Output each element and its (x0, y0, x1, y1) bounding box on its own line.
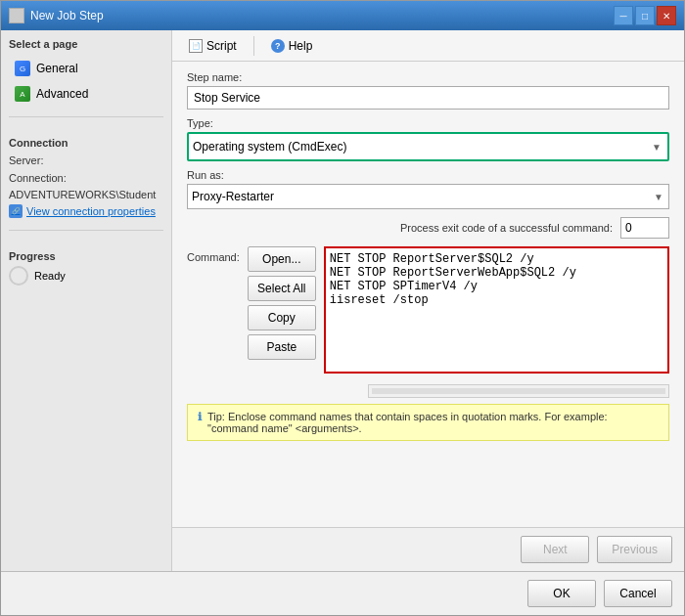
sidebar-general-label: General (36, 62, 78, 75)
form-area: Step name: Type: Operating system (CmdEx… (172, 62, 684, 527)
sidebar: Select a page G General A Advanced Conne… (1, 30, 172, 571)
ok-button[interactable]: OK (527, 580, 596, 607)
command-area: Command: Open... Select All Copy Paste N… (187, 246, 669, 376)
title-bar-controls: ─ □ ✕ (614, 6, 676, 25)
help-button[interactable]: ? Help (262, 36, 322, 56)
progress-title: Progress (9, 250, 163, 262)
copy-button[interactable]: Copy (248, 305, 316, 330)
content-area: 📄 Script ? Help Step name: Type: (172, 30, 684, 571)
exit-code-input[interactable] (620, 217, 669, 239)
help-icon: ? (271, 39, 285, 53)
tip-box: ℹ Tip: Enclose command names that contai… (187, 404, 669, 441)
exit-code-label: Process exit code of a successful comman… (400, 222, 613, 234)
run-as-select[interactable]: Proxy-Restarter (187, 184, 669, 209)
new-job-step-window: New Job Step ─ □ ✕ Select a page G Gener… (0, 0, 685, 616)
scroll-track (372, 388, 665, 394)
help-label: Help (289, 39, 313, 53)
window-icon (9, 8, 24, 23)
command-buttons-col: Open... Select All Copy Paste (248, 246, 316, 376)
sidebar-item-advanced[interactable]: A Advanced (9, 83, 163, 105)
run-as-wrapper: Proxy-Restarter (187, 184, 669, 209)
step-name-label: Step name: (187, 71, 669, 83)
sidebar-divider-2 (9, 230, 163, 231)
command-textarea[interactable]: NET STOP ReportServer$SQL2 /y NET STOP R… (324, 246, 669, 374)
maximize-button[interactable]: □ (635, 6, 655, 25)
select-all-button[interactable]: Select All (248, 276, 316, 301)
bottom-right: Next Previous (521, 536, 672, 563)
type-row: Type: Operating system (CmdExec) Transac… (187, 117, 669, 161)
next-button[interactable]: Next (521, 536, 589, 563)
cancel-button[interactable]: Cancel (604, 580, 672, 607)
step-name-input[interactable] (187, 86, 669, 110)
ok-cancel-bar: OK Cancel (1, 571, 684, 615)
minimize-button[interactable]: ─ (614, 6, 633, 25)
bottom-bar: Next Previous (172, 527, 684, 571)
view-link-label: View connection properties (26, 205, 156, 217)
progress-circle-icon (9, 266, 28, 286)
run-as-label: Run as: (187, 169, 669, 181)
sidebar-divider (9, 116, 163, 117)
script-icon: 📄 (189, 39, 203, 53)
open-button[interactable]: Open... (248, 246, 316, 272)
connection-value: ADVENTUREWORKS\Student (9, 189, 156, 200)
previous-button[interactable]: Previous (597, 536, 672, 563)
script-button[interactable]: 📄 Script (180, 36, 246, 56)
exit-code-row: Process exit code of a successful comman… (187, 217, 669, 239)
window-title: New Job Step (30, 9, 104, 22)
paste-button[interactable]: Paste (248, 334, 316, 360)
connection-label: Connection: (9, 172, 67, 184)
tip-text: Tip: Enclose command names that contain … (207, 411, 659, 434)
command-text-col: NET STOP ReportServer$SQL2 /y NET STOP R… (324, 246, 669, 376)
progress-status-label: Ready (34, 270, 66, 282)
progress-status-row: Ready (9, 266, 163, 286)
script-label: Script (206, 39, 237, 53)
connection-info: Server: Connection: ADVENTUREWORKS\Stude… (9, 153, 163, 204)
main-content: Select a page G General A Advanced Conne… (1, 30, 684, 571)
type-label: Type: (187, 117, 669, 129)
select-a-page-label: Select a page (9, 38, 163, 50)
connection-title: Connection (9, 137, 163, 149)
progress-section: Progress Ready (9, 250, 163, 286)
step-name-row: Step name: (187, 71, 669, 110)
command-label: Command: (187, 251, 240, 263)
tip-icon: ℹ (198, 411, 202, 434)
type-select-wrapper: Operating system (CmdExec) Transact-SQL … (187, 132, 669, 161)
advanced-icon: A (15, 86, 30, 102)
command-label-col: Command: (187, 246, 240, 376)
server-label: Server: (9, 154, 43, 166)
general-icon: G (15, 61, 30, 76)
title-bar: New Job Step ─ □ ✕ (1, 1, 684, 30)
run-as-row: Run as: ➤ Proxy-Restarter (187, 169, 669, 209)
sidebar-item-general[interactable]: G General (9, 58, 163, 79)
type-select[interactable]: Operating system (CmdExec) Transact-SQL … (189, 134, 667, 159)
toolbar-separator (253, 36, 254, 56)
view-connection-link[interactable]: 🔗 View connection properties (9, 204, 163, 218)
toolbar: 📄 Script ? Help (172, 30, 684, 62)
horizontal-scrollbar[interactable] (368, 384, 669, 398)
close-button[interactable]: ✕ (657, 6, 676, 25)
connection-section: Connection Server: Connection: ADVENTURE… (9, 137, 163, 218)
sidebar-advanced-label: Advanced (36, 87, 88, 101)
view-link-icon: 🔗 (9, 204, 23, 218)
